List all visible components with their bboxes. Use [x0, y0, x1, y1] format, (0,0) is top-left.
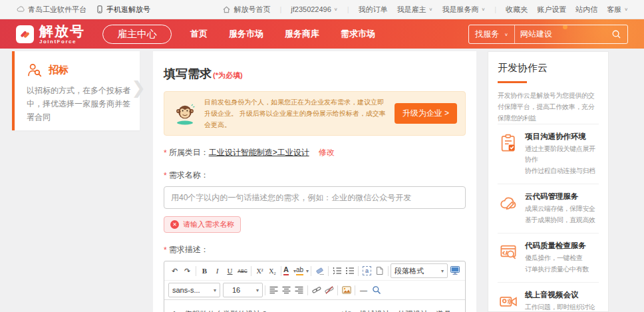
- bullet-list-button[interactable]: [343, 265, 356, 277]
- topbar-messages-link[interactable]: 站内信: [575, 5, 597, 15]
- strikethrough-button[interactable]: ABC: [236, 265, 249, 277]
- feature-line: 通过主要阶段关键点展开协作: [525, 144, 599, 165]
- cloud-icon: [16, 5, 25, 14]
- video-meeting-icon: [498, 290, 519, 312]
- demand-name-input[interactable]: [164, 186, 466, 209]
- font-family-label: sans-s...: [172, 286, 200, 294]
- clipboard-check-icon: [498, 132, 519, 176]
- dropdown-caret-icon: ▾: [306, 268, 309, 274]
- bidding-title: 招标: [49, 64, 69, 77]
- feature-cloud-code: 云代码管理服务 成果云端存储，保障安全 基于成果协同，直观高效: [498, 184, 599, 233]
- bold-button[interactable]: B: [198, 265, 211, 277]
- page: 青岛工业软件平台 手机逛解放号 解放号首页 | jf23502249: [0, 0, 644, 312]
- topbar-favorites-label: 收藏夹: [506, 5, 528, 15]
- dropdown-caret-icon: ▾: [256, 287, 259, 293]
- title-accent-bar: [498, 81, 527, 83]
- collab-cloud-panel: 开发协作云 开发协作云是解放号为您提供的交付保障平台，提高工作效率，充分保障您的…: [488, 51, 609, 312]
- search-input[interactable]: [515, 29, 605, 39]
- insert-image-button[interactable]: [340, 284, 353, 297]
- topbar-employer-menu[interactable]: 我是雇主 ∨: [397, 5, 433, 15]
- nav-demand-market[interactable]: 需求市场: [341, 28, 375, 40]
- search-button[interactable]: [605, 29, 627, 39]
- insert-link-button[interactable]: [310, 284, 323, 297]
- toolbar-separator: [328, 266, 329, 276]
- page-icon: [375, 266, 384, 275]
- redo-icon[interactable]: ↷: [181, 265, 194, 277]
- unlink-icon: [325, 285, 334, 295]
- nav-home[interactable]: 首页: [190, 28, 208, 40]
- bidding-description: 以招标的方式，在多个投标者中，择优选择一家服务商并签署合同: [27, 84, 132, 124]
- feature-video-meeting: 线上音视频会议 工作问题，即时组织讨论 信息备忘、防抵赖: [498, 282, 599, 312]
- upgrade-notice: 目前发包身份为个人，如果您正在为企业发布需求，建议立即升级企业。 升级后将以企业…: [164, 91, 466, 136]
- undo-icon[interactable]: ↶: [168, 265, 181, 277]
- align-center-button[interactable]: [280, 284, 293, 297]
- feature-title: 云代码管理服务: [525, 192, 595, 202]
- bidding-mode-card[interactable]: 招标 以招标的方式，在多个投标者中，择优选择一家服务商并签署合同 ❯: [12, 51, 140, 130]
- search-category-dropdown[interactable]: 找服务 ∨: [469, 25, 515, 43]
- topbar-service-menu[interactable]: 客服 ∨: [607, 5, 628, 15]
- feature-title: 代码质量检查服务: [525, 241, 589, 251]
- highlight-color-button[interactable]: ab▾: [296, 265, 309, 277]
- horizontal-rule-button[interactable]: —: [357, 284, 370, 297]
- feature-line: 成果云端存储，保障安全: [525, 204, 595, 214]
- subscript-button[interactable]: X₂: [266, 265, 279, 277]
- category-edit-link[interactable]: 修改: [319, 147, 335, 158]
- align-left-icon: [269, 286, 278, 294]
- topbar-settings-link[interactable]: 账户设置: [537, 5, 566, 15]
- topbar-username: jf235022496: [291, 5, 331, 13]
- align-left-button[interactable]: [267, 284, 280, 297]
- topbar-platform-link[interactable]: 青岛工业软件平台: [16, 5, 86, 15]
- preview-button[interactable]: [370, 284, 383, 297]
- remove-format-button[interactable]: [313, 265, 326, 277]
- upgrade-notice-text: 目前发包身份为个人，如果您正在为企业发布需求，建议立即升级企业。 升级后将以企业…: [204, 96, 388, 130]
- editor-content-area[interactable]: 1、您想做什么类型的设计？________________（如：机械设计、外观设…: [164, 300, 465, 312]
- employer-center-button[interactable]: 雇主中心: [102, 25, 172, 44]
- font-family-dropdown[interactable]: sans-s... ▾: [168, 283, 220, 297]
- anchor-button[interactable]: a: [361, 265, 373, 277]
- italic-button[interactable]: I: [211, 265, 224, 277]
- nav-service-market[interactable]: 服务市场: [229, 28, 263, 40]
- category-value[interactable]: 工业设计智能制造>工业设计: [209, 147, 309, 158]
- anchor-icon: a: [363, 266, 371, 275]
- feature-code-check: 代码质量检查服务 傻瓜操作，一键检查 订单执行质量心中有数: [498, 233, 599, 282]
- topbar-username-menu[interactable]: jf235022496 ∨: [291, 5, 337, 13]
- topbar-provider-menu[interactable]: 我是服务商 ∨: [442, 5, 485, 15]
- underline-button[interactable]: U: [224, 265, 236, 277]
- ordered-list-button[interactable]: [331, 265, 343, 277]
- required-mark: *: [164, 171, 167, 180]
- chevron-down-icon: ∨: [429, 7, 433, 11]
- topbar-home-link[interactable]: 解放号首页: [222, 5, 270, 15]
- align-center-icon: [282, 286, 291, 294]
- phone-icon: [96, 5, 104, 14]
- new-document-button[interactable]: [373, 265, 386, 277]
- superscript-button[interactable]: X²: [253, 265, 266, 277]
- topbar-favorites-link[interactable]: 收藏夹: [506, 5, 528, 15]
- remove-link-button[interactable]: [323, 284, 335, 297]
- topbar-messages-label: 站内信: [575, 5, 597, 15]
- logo-title: 解放号: [39, 24, 85, 38]
- toolbar-separator: [388, 266, 389, 276]
- main-nav: 首页 服务市场 服务商库 需求市场: [190, 28, 375, 40]
- nav-provider-library[interactable]: 服务商库: [285, 28, 319, 40]
- upgrade-to-enterprise-button[interactable]: 升级为企业 >: [395, 103, 457, 124]
- align-right-button[interactable]: [293, 284, 305, 297]
- topbar-provider-label: 我是服务商: [442, 5, 478, 15]
- toolbar-separator: [281, 266, 281, 276]
- jointforce-logo[interactable]: 解放号 JointForce: [16, 24, 85, 45]
- topbar-mobile-link[interactable]: 手机逛解放号: [96, 5, 150, 15]
- home-icon: [222, 5, 231, 14]
- required-mark: *: [164, 148, 167, 158]
- desc-label-row: * 需求描述：: [164, 244, 466, 255]
- feature-line: 基于成果协同，直观高效: [525, 215, 595, 226]
- paragraph-format-dropdown[interactable]: 段落格式 ▾: [391, 263, 448, 278]
- toolbar-separator: [355, 285, 355, 295]
- font-size-dropdown[interactable]: 16 ▾: [223, 283, 263, 297]
- topbar-orders-link[interactable]: 我的订单: [359, 5, 388, 15]
- divider: |: [279, 5, 281, 13]
- divider: |: [494, 5, 496, 13]
- toolbar-separator: [307, 285, 308, 295]
- topbar-home-label: 解放号首页: [234, 5, 270, 15]
- font-color-button[interactable]: A▾: [283, 265, 296, 277]
- fullscreen-button[interactable]: [448, 264, 461, 277]
- editor-toolbar-row2: sans-s... ▾ 16 ▾: [164, 281, 465, 300]
